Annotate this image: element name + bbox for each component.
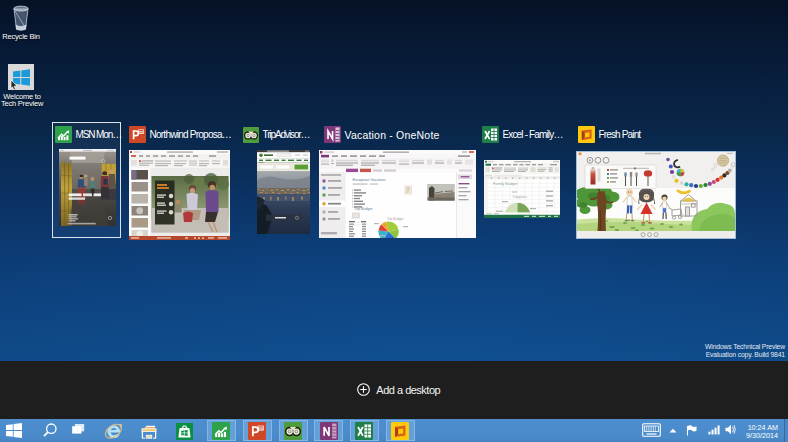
- svg-text:Trip Budget: Trip Budget: [354, 207, 372, 211]
- svg-text:Family Budget: Family Budget: [493, 182, 518, 186]
- svg-text:Trip Budget: Trip Budget: [387, 217, 403, 221]
- svg-text:European Vacation: European Vacation: [353, 177, 386, 182]
- svg-text:Categories: Categories: [513, 195, 528, 199]
